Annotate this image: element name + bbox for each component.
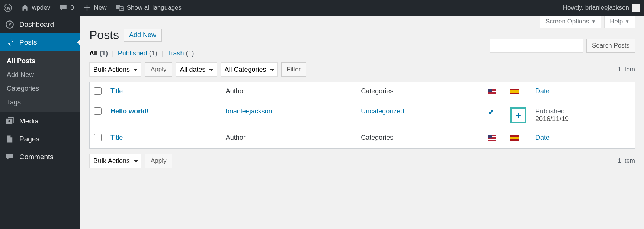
post-status: Published — [535, 107, 630, 115]
svg-text:文: 文 — [121, 7, 124, 11]
avatar — [632, 4, 640, 12]
apply-button[interactable]: Apply — [145, 62, 172, 77]
category-filter-select[interactable]: All Categories — [221, 62, 278, 77]
table-row: Hello world! brianleejackson Uncategoriz… — [90, 102, 635, 129]
new-label: New — [94, 4, 107, 12]
menu-label: Dashboard — [19, 20, 54, 29]
tab-label: Screen Options — [545, 18, 589, 25]
column-author: Author — [221, 82, 357, 102]
flag-es-icon — [510, 89, 519, 94]
menu-label: Posts — [19, 38, 37, 46]
add-new-button[interactable]: Add New — [124, 29, 162, 42]
filter-published[interactable]: Published (1) — [118, 49, 157, 57]
site-link[interactable]: wpdev — [21, 4, 50, 12]
search-button[interactable]: Search Posts — [586, 39, 635, 53]
submenu-tags[interactable]: Tags — [0, 96, 80, 109]
page-title: Posts — [89, 28, 119, 42]
page-icon — [5, 135, 14, 143]
menu-label: Comments — [19, 153, 54, 161]
admin-menu: Dashboard Posts All Posts Add New Catego… — [0, 16, 80, 229]
items-count: 1 item — [618, 66, 635, 73]
post-date: 2016/11/19 — [535, 115, 630, 123]
search-box: Search Posts — [490, 39, 635, 53]
wordpress-icon — [4, 4, 12, 12]
tab-label: Help — [610, 18, 623, 25]
filter-trash[interactable]: Trash (1) — [167, 49, 194, 57]
add-translation-highlight: + — [510, 107, 526, 123]
help-tab[interactable]: Help ▼ — [604, 16, 635, 28]
column-date[interactable]: Date — [531, 82, 635, 102]
filter-all[interactable]: All (1) — [89, 49, 108, 57]
column-lang-es — [506, 82, 531, 102]
menu-label: Media — [19, 117, 39, 125]
main-content: Screen Options ▼ Help ▼ Posts Add New Se… — [80, 16, 644, 229]
posts-table: Title Author Categories Date Hello world… — [89, 82, 635, 149]
column-title[interactable]: Title — [106, 129, 221, 149]
admin-toolbar: wpdev 0 New A文 Show all languages Howdy,… — [0, 0, 644, 16]
comments-link[interactable]: 0 — [59, 4, 74, 12]
category-link[interactable]: Uncategorized — [361, 107, 404, 115]
chevron-down-icon: ▼ — [591, 19, 596, 24]
translate-icon: A文 — [116, 4, 124, 12]
media-icon — [5, 117, 14, 126]
plus-icon[interactable]: + — [516, 110, 521, 121]
column-author: Author — [221, 129, 357, 149]
select-all-checkbox[interactable] — [94, 87, 102, 95]
column-lang-es — [506, 129, 531, 149]
svg-text:A: A — [117, 5, 119, 9]
column-title[interactable]: Title — [106, 82, 221, 102]
bulk-actions-select-bottom[interactable]: Bulk Actions — [89, 154, 141, 168]
flag-es-icon — [510, 135, 519, 141]
submenu-posts: All Posts Add New Categories Tags — [0, 51, 80, 112]
date-filter-select[interactable]: All dates — [176, 62, 217, 77]
comments-count: 0 — [70, 4, 74, 12]
new-content-link[interactable]: New — [83, 4, 107, 12]
dashboard-icon — [5, 20, 14, 29]
menu-media[interactable]: Media — [0, 112, 80, 130]
flag-us-icon — [488, 89, 496, 94]
menu-label: Pages — [19, 135, 39, 143]
column-lang-us — [484, 129, 506, 149]
chevron-down-icon: ▼ — [625, 19, 629, 24]
home-icon — [21, 4, 29, 12]
languages-label: Show all languages — [127, 4, 182, 12]
menu-pages[interactable]: Pages — [0, 130, 80, 148]
site-name: wpdev — [32, 4, 50, 12]
submenu-add-new[interactable]: Add New — [0, 68, 80, 82]
submenu-all-posts[interactable]: All Posts — [0, 54, 80, 68]
author-link[interactable]: brianleejackson — [226, 107, 272, 115]
select-all-checkbox-bottom[interactable] — [94, 134, 102, 141]
column-categories: Categories — [356, 82, 484, 102]
check-icon[interactable]: ✔ — [488, 108, 494, 116]
row-checkbox[interactable] — [94, 107, 102, 115]
bulk-actions-select[interactable]: Bulk Actions — [89, 62, 141, 77]
screen-options-tab[interactable]: Screen Options ▼ — [540, 16, 601, 28]
comment-icon — [5, 152, 14, 161]
wordpress-logo[interactable] — [4, 4, 12, 12]
search-input[interactable] — [490, 39, 583, 53]
plus-icon — [83, 4, 91, 12]
column-date[interactable]: Date — [531, 129, 635, 149]
languages-link[interactable]: A文 Show all languages — [116, 4, 182, 12]
menu-dashboard[interactable]: Dashboard — [0, 16, 80, 33]
apply-button-bottom[interactable]: Apply — [145, 154, 172, 168]
menu-posts[interactable]: Posts — [0, 33, 80, 51]
pin-icon — [5, 38, 14, 47]
column-lang-us — [484, 82, 506, 102]
column-categories: Categories — [356, 129, 484, 149]
filter-button[interactable]: Filter — [281, 62, 307, 77]
flag-us-icon — [488, 135, 496, 141]
items-count-bottom: 1 item — [618, 157, 635, 165]
post-title-link[interactable]: Hello world! — [110, 107, 149, 115]
svg-point-6 — [9, 24, 11, 26]
comment-icon — [59, 4, 67, 12]
submenu-categories[interactable]: Categories — [0, 82, 80, 96]
howdy-text: Howdy, brianleejackson — [563, 4, 629, 12]
menu-comments[interactable]: Comments — [0, 148, 80, 166]
svg-point-8 — [8, 120, 10, 122]
account-link[interactable]: Howdy, brianleejackson — [563, 4, 640, 12]
